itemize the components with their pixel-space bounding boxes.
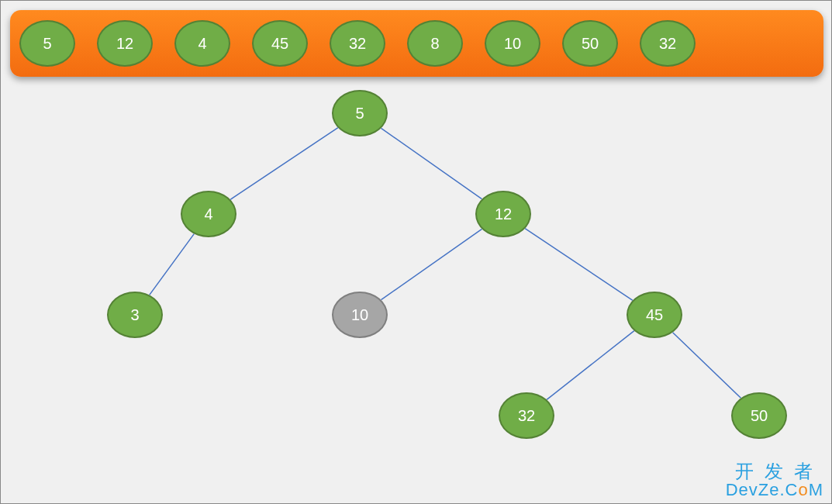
tree-node: 4 <box>181 191 236 237</box>
array-item: 10 <box>485 20 540 67</box>
tree-edge <box>150 234 195 295</box>
array-item: 8 <box>407 20 463 67</box>
tree-edge <box>547 331 634 400</box>
array-item: 4 <box>174 20 230 67</box>
tree-node: 12 <box>475 191 531 237</box>
array-item: 45 <box>252 20 308 67</box>
tree-node: 3 <box>107 292 163 338</box>
tree-edge <box>525 229 633 301</box>
array-item: 50 <box>562 20 618 67</box>
tree-node: 45 <box>627 292 682 338</box>
array-item: 5 <box>19 20 75 67</box>
tree-edge <box>673 333 741 399</box>
tree-edge <box>381 128 482 198</box>
array-item: 32 <box>640 20 696 67</box>
watermark-line2: DevZe.CoM <box>726 481 823 499</box>
watermark-line1: 开发者 <box>726 461 823 481</box>
tree-node: 10 <box>332 292 388 338</box>
array-bar: 512445328105032 <box>10 10 823 77</box>
array-item: 32 <box>330 20 385 67</box>
watermark: 开发者 DevZe.CoM <box>726 461 823 499</box>
tree-node: 32 <box>499 392 554 439</box>
tree-node: 5 <box>332 90 388 136</box>
tree-node: 50 <box>731 392 787 439</box>
tree-edge <box>381 229 482 299</box>
tree-edge <box>230 128 338 200</box>
array-item: 12 <box>97 20 153 67</box>
